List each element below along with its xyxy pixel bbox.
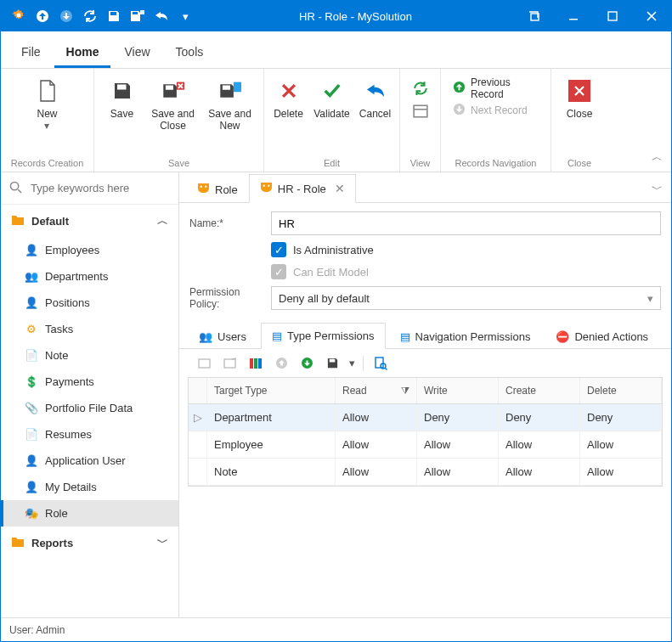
up-icon[interactable]: [31, 5, 54, 27]
cell-write[interactable]: Allow: [417, 431, 499, 458]
nav-reports-label: Reports: [31, 537, 73, 549]
close-button[interactable]: [632, 1, 671, 31]
close-icon[interactable]: ✕: [335, 182, 345, 195]
subtab-nav[interactable]: ▤Navigation Permissions: [389, 323, 542, 349]
save-icon[interactable]: [103, 5, 125, 27]
sidebar-item-role[interactable]: 🎭Role: [1, 500, 178, 527]
cell-write[interactable]: Allow: [417, 459, 499, 485]
save-close-icon[interactable]: [127, 5, 149, 27]
nav-item-icon: 📄: [25, 349, 38, 362]
nav-item-icon: 📄: [25, 428, 38, 441]
tab-role[interactable]: Role: [186, 175, 249, 203]
can-edit-checkbox: ✓: [271, 264, 286, 279]
nav-item-label: Portfolio File Data: [45, 402, 133, 414]
subtab-denied[interactable]: ⛔Denied Actions: [545, 323, 659, 349]
subtab-users[interactable]: 👥Users: [188, 323, 257, 349]
save-close-button[interactable]: Save and Close: [148, 72, 199, 132]
name-field[interactable]: [271, 211, 661, 235]
cell-read[interactable]: Allow: [336, 459, 417, 485]
sidebar-item-positions[interactable]: 👤Positions: [1, 290, 178, 316]
refresh-icon[interactable]: [79, 5, 101, 27]
minimize-button[interactable]: [554, 1, 593, 31]
menu-view[interactable]: View: [112, 37, 161, 68]
nav-item-icon: ⚙: [25, 323, 38, 335]
nav-item-icon: 🎭: [25, 507, 38, 520]
tb-down[interactable]: [295, 352, 319, 374]
col-target[interactable]: Target Type: [207, 378, 336, 403]
close-record-button[interactable]: Close: [554, 72, 605, 120]
tb-open: [218, 352, 242, 374]
sidebar-item-resumes[interactable]: 📄Resumes: [1, 421, 178, 448]
col-read[interactable]: Read⧩: [336, 378, 417, 403]
row-handle[interactable]: ▷: [189, 404, 207, 431]
tb-colors[interactable]: [244, 352, 268, 374]
tb-up: [269, 352, 293, 374]
nav-item-label: Application User: [45, 454, 126, 467]
search-input[interactable]: [29, 181, 175, 195]
col-write[interactable]: Write: [417, 378, 499, 403]
nav-search[interactable]: [1, 172, 178, 205]
cell-write[interactable]: Deny: [417, 404, 499, 431]
row-handle[interactable]: [189, 431, 207, 458]
cell-create[interactable]: Allow: [499, 431, 580, 458]
tb-preview[interactable]: [369, 352, 392, 374]
svg-rect-3: [140, 10, 144, 14]
nav-section-reports[interactable]: Reports ﹀: [1, 527, 178, 559]
filter-icon[interactable]: ⧩: [401, 385, 409, 397]
save-new-button[interactable]: Save and New: [199, 72, 262, 132]
cell-read[interactable]: Allow: [336, 404, 417, 431]
sidebar-item-my-details[interactable]: 👤My Details: [1, 474, 178, 500]
ribbon-collapse[interactable]: ︿: [652, 149, 663, 165]
gear-icon[interactable]: [8, 5, 30, 27]
cell-read[interactable]: Allow: [336, 431, 417, 458]
col-delete[interactable]: Delete: [580, 378, 662, 403]
sidebar-item-payments[interactable]: 💲Payments: [1, 369, 178, 395]
validate-button[interactable]: Validate: [310, 72, 354, 120]
is-admin-checkbox[interactable]: ✓: [271, 242, 286, 257]
sidebar-item-tasks[interactable]: ⚙Tasks: [1, 316, 178, 342]
view-grid-button[interactable]: [413, 104, 428, 121]
chevron-down-icon: ▾: [647, 292, 653, 305]
cell-create[interactable]: Deny: [499, 404, 580, 431]
tb-save-drop[interactable]: ▾: [346, 352, 358, 374]
new-button[interactable]: New▾: [22, 72, 73, 132]
table-row[interactable]: Note Allow Allow Allow Allow: [189, 459, 662, 486]
refresh-button[interactable]: [413, 81, 428, 99]
down-icon[interactable]: [55, 5, 77, 27]
cell-delete[interactable]: Allow: [580, 459, 662, 485]
tab-hr-role[interactable]: HR - Role ✕: [249, 174, 356, 203]
folder-icon: [11, 536, 25, 550]
policy-select[interactable]: Deny all by default ▾: [271, 286, 661, 310]
sidebar-item-portfolio-file-data[interactable]: 📎Portfolio File Data: [1, 395, 178, 421]
sidebar-item-note[interactable]: 📄Note: [1, 342, 178, 369]
svg-point-13: [200, 185, 202, 187]
table-row[interactable]: ▷ Department Allow Deny Deny Deny: [189, 404, 662, 431]
save-button[interactable]: Save: [97, 72, 148, 120]
cancel-label: Cancel: [359, 108, 391, 120]
sidebar-item-departments[interactable]: 👥Departments: [1, 263, 178, 290]
row-handle[interactable]: [189, 459, 207, 485]
nav-section-default[interactable]: Default ︿: [1, 205, 178, 237]
svg-rect-6: [608, 12, 617, 20]
undo-icon[interactable]: [150, 5, 172, 27]
table-row[interactable]: Employee Allow Allow Allow Allow: [189, 431, 662, 459]
qat-overflow[interactable]: ▾: [174, 5, 196, 27]
menu-file[interactable]: File: [9, 37, 53, 68]
cell-create[interactable]: Allow: [499, 459, 580, 485]
delete-button[interactable]: Delete: [268, 72, 310, 120]
sidebar-item-employees[interactable]: 👤Employees: [1, 237, 178, 263]
menu-tools[interactable]: Tools: [164, 37, 216, 68]
sidebar-item-application-user[interactable]: 👤Application User: [1, 448, 178, 474]
tb-save[interactable]: [320, 352, 344, 374]
previous-record-button[interactable]: Previous Record: [446, 77, 545, 99]
restore-down-icon[interactable]: [515, 1, 554, 31]
prev-label: Previous Record: [471, 76, 539, 100]
maximize-button[interactable]: [593, 1, 632, 31]
col-create[interactable]: Create: [499, 378, 580, 403]
menu-home[interactable]: Home: [54, 37, 111, 68]
subtab-type[interactable]: ▤Type Permissions: [261, 323, 386, 349]
cell-delete[interactable]: Deny: [580, 404, 662, 431]
cell-delete[interactable]: Allow: [580, 431, 662, 458]
cancel-button[interactable]: Cancel: [354, 72, 397, 120]
tabs-overflow[interactable]: ﹀: [643, 177, 671, 202]
